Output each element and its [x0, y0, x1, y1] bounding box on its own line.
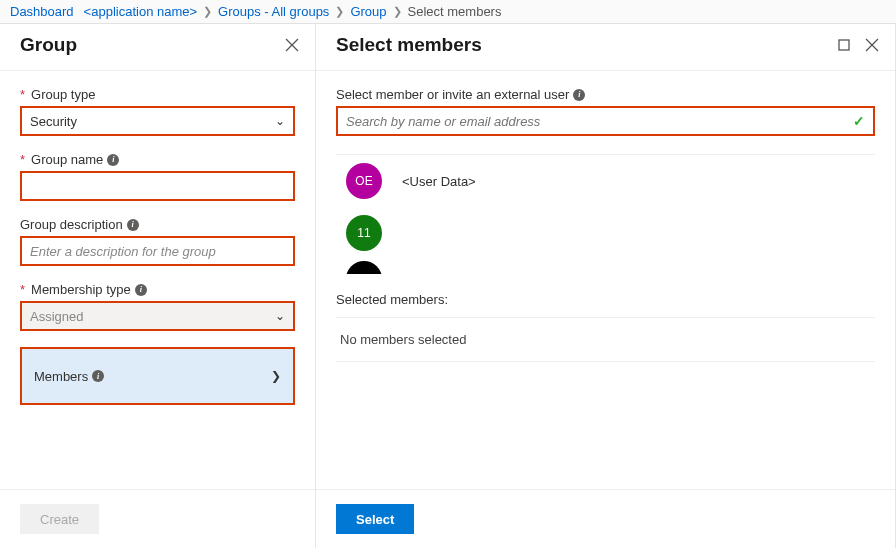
chevron-right-icon: ❯: [393, 5, 402, 18]
info-icon[interactable]: i: [107, 154, 119, 166]
selected-members-empty: No members selected: [336, 317, 875, 362]
group-type-label: *Group type: [20, 87, 295, 102]
group-panel: Group *Group type Security ⌄ *Group name: [0, 24, 316, 548]
group-type-select[interactable]: Security ⌄: [20, 106, 295, 136]
select-button[interactable]: Select: [336, 504, 414, 534]
membership-type-label: *Membership type i: [20, 282, 295, 297]
info-icon[interactable]: i: [573, 89, 585, 101]
chevron-down-icon: ⌄: [275, 114, 285, 128]
result-name: <User Data>: [402, 174, 476, 189]
chevron-right-icon: ❯: [335, 5, 344, 18]
chevron-right-icon: ❯: [271, 369, 281, 383]
info-icon[interactable]: i: [135, 284, 147, 296]
chevron-right-icon: ❯: [203, 5, 212, 18]
avatar: 11: [346, 215, 382, 251]
list-item[interactable]: OE <User Data>: [336, 155, 875, 207]
breadcrumb-current: Select members: [408, 4, 502, 19]
results-list[interactable]: OE <User Data> 11: [336, 154, 875, 274]
create-button[interactable]: Create: [20, 504, 99, 534]
select-members-panel: Select members Select member or invite a…: [316, 24, 896, 548]
group-desc-input[interactable]: [30, 244, 285, 259]
group-name-label: *Group name i: [20, 152, 295, 167]
group-name-input[interactable]: [30, 179, 285, 194]
search-label: Select member or invite an external user…: [336, 87, 875, 102]
list-item[interactable]: [336, 259, 875, 274]
svg-rect-2: [839, 40, 849, 50]
members-button[interactable]: Members i ❯: [22, 349, 293, 403]
group-panel-title: Group: [20, 34, 77, 56]
close-icon[interactable]: [285, 38, 299, 52]
breadcrumb-group[interactable]: Group: [350, 4, 386, 19]
membership-type-select[interactable]: Assigned ⌄: [20, 301, 295, 331]
breadcrumb-dashboard[interactable]: Dashboard: [10, 4, 74, 19]
member-search-input[interactable]: [346, 114, 853, 129]
avatar: [346, 261, 382, 274]
group-desc-input-wrap: [20, 236, 295, 266]
list-item[interactable]: 11: [336, 207, 875, 259]
selected-members-label: Selected members:: [336, 292, 875, 307]
member-search-wrap: ✓: [336, 106, 875, 136]
select-members-title: Select members: [336, 34, 482, 56]
info-icon: i: [92, 370, 104, 382]
breadcrumb-groups[interactable]: Groups - All groups: [218, 4, 329, 19]
check-icon: ✓: [853, 113, 865, 129]
group-desc-label: Group description i: [20, 217, 295, 232]
close-icon[interactable]: [865, 38, 879, 52]
breadcrumb: Dashboard <application name> ❯ Groups - …: [0, 0, 896, 24]
group-name-input-wrap: [20, 171, 295, 201]
breadcrumb-app[interactable]: <application name>: [84, 4, 197, 19]
info-icon[interactable]: i: [127, 219, 139, 231]
chevron-down-icon: ⌄: [275, 309, 285, 323]
members-label: Members: [34, 369, 88, 384]
avatar: OE: [346, 163, 382, 199]
restore-icon[interactable]: [837, 38, 851, 52]
